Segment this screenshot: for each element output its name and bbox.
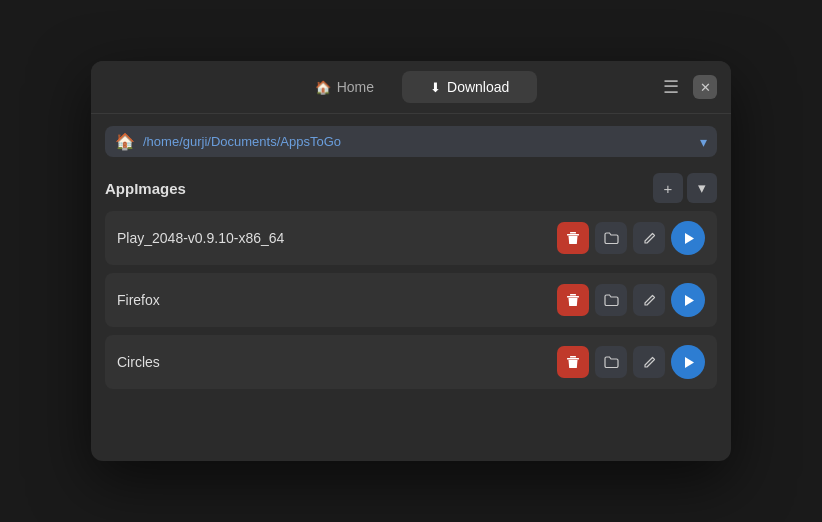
app-row-actions [557,283,705,317]
folder-icon [604,232,619,244]
tab-download-label: Download [447,79,509,95]
folder-icon [604,294,619,306]
table-row: Play_2048-v0.9.10-x86_64 [105,211,717,265]
app-row-actions [557,345,705,379]
main-window: 🏠 Home ⬇ Download ☰ ✕ 🏠 /home/gurji/Docu… [91,61,731,461]
edit-button[interactable] [633,222,665,254]
app-list: Play_2048-v0.9.10-x86_64 [91,211,731,403]
path-bar[interactable]: 🏠 /home/gurji/Documents/AppsToGo ▾ [105,126,717,157]
titlebar: 🏠 Home ⬇ Download ☰ ✕ [91,61,731,114]
path-text: /home/gurji/Documents/AppsToGo [143,134,692,149]
table-row: Firefox [105,273,717,327]
trash-icon [566,355,580,369]
titlebar-controls: ☰ ✕ [659,72,717,102]
folder-button[interactable] [595,222,627,254]
trash-icon [566,293,580,307]
play-button[interactable] [671,283,705,317]
trash-icon [566,231,580,245]
folder-button[interactable] [595,284,627,316]
svg-rect-0 [567,234,579,236]
add-appimage-button[interactable]: + [653,173,683,203]
svg-rect-3 [567,296,579,298]
play-button[interactable] [671,221,705,255]
section-more-button[interactable]: ▾ [687,173,717,203]
pathbar-home-icon: 🏠 [115,132,135,151]
play-icon [683,232,695,245]
svg-rect-6 [567,358,579,360]
delete-button[interactable] [557,284,589,316]
svg-rect-1 [570,232,576,234]
svg-marker-5 [685,295,694,306]
app-name: Firefox [117,292,549,308]
svg-marker-2 [685,233,694,244]
pencil-icon [643,232,656,245]
svg-rect-4 [570,294,576,296]
tab-home[interactable]: 🏠 Home [287,71,402,103]
pathbar-dropdown-icon: ▾ [700,134,707,150]
edit-button[interactable] [633,346,665,378]
play-button[interactable] [671,345,705,379]
delete-button[interactable] [557,346,589,378]
tab-bar: 🏠 Home ⬇ Download [165,71,659,103]
play-icon [683,356,695,369]
download-tab-icon: ⬇ [430,80,441,95]
close-button[interactable]: ✕ [693,75,717,99]
hamburger-button[interactable]: ☰ [659,72,683,102]
home-tab-icon: 🏠 [315,80,331,95]
tab-home-label: Home [337,79,374,95]
pencil-icon [643,294,656,307]
pencil-icon [643,356,656,369]
app-name: Play_2048-v0.9.10-x86_64 [117,230,549,246]
folder-icon [604,356,619,368]
app-name: Circles [117,354,549,370]
svg-marker-8 [685,357,694,368]
delete-button[interactable] [557,222,589,254]
app-row-actions [557,221,705,255]
tab-download[interactable]: ⬇ Download [402,71,537,103]
section-actions: + ▾ [653,173,717,203]
edit-button[interactable] [633,284,665,316]
play-icon [683,294,695,307]
section-title: AppImages [105,180,186,197]
section-header: AppImages + ▾ [91,165,731,211]
table-row: Circles [105,335,717,389]
svg-rect-7 [570,356,576,358]
folder-button[interactable] [595,346,627,378]
